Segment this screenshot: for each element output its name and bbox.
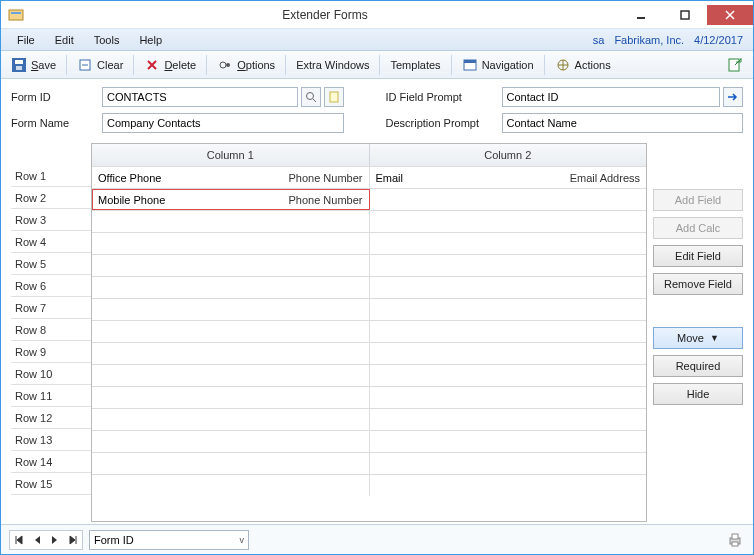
grid-cell-col1[interactable]: Office PhonePhone Number [92, 167, 370, 188]
lookup-button[interactable] [301, 87, 321, 107]
grid-cell-col2[interactable] [370, 343, 647, 364]
clear-button[interactable]: Clear [71, 55, 129, 75]
id-prompt-input[interactable]: Contact ID [502, 87, 721, 107]
row-label: Row 11 [11, 385, 91, 407]
grid-row [92, 408, 646, 430]
grid-cell-col2[interactable] [370, 453, 647, 474]
add-calc-button[interactable]: Add Calc [653, 217, 743, 239]
hide-button[interactable]: Hide [653, 383, 743, 405]
grid-cell-col1[interactable] [92, 277, 370, 298]
print-button[interactable] [725, 530, 745, 550]
date-label[interactable]: 4/12/2017 [694, 34, 743, 46]
grid-cell-col2[interactable] [370, 233, 647, 254]
export-icon [727, 57, 743, 73]
sort-combo[interactable]: Form ID v [89, 530, 249, 550]
grid-cell-col1[interactable] [92, 409, 370, 430]
grid-cell-col2[interactable] [370, 277, 647, 298]
svg-rect-2 [637, 17, 645, 19]
grid-cell-col2[interactable] [370, 431, 647, 452]
grid-cell-col1[interactable]: Mobile PhonePhone Number [92, 189, 370, 210]
grid-row [92, 210, 646, 232]
grid-cell-col2[interactable] [370, 475, 647, 496]
grid-cell-col1[interactable] [92, 431, 370, 452]
row-label: Row 7 [11, 297, 91, 319]
required-button[interactable]: Required [653, 355, 743, 377]
desc-prompt-input[interactable]: Contact Name [502, 113, 744, 133]
grid-cell-col1[interactable] [92, 321, 370, 342]
grid-cell-col1[interactable] [92, 387, 370, 408]
svg-rect-11 [464, 60, 476, 63]
menu-file[interactable]: File [7, 29, 45, 50]
app-icon [5, 4, 27, 26]
grid-cell-col2[interactable] [370, 189, 647, 210]
nav-next-button[interactable] [46, 531, 64, 549]
grid-cell-col2[interactable] [370, 321, 647, 342]
grid-row [92, 254, 646, 276]
templates-button[interactable]: Templates [384, 57, 446, 73]
form-id-input[interactable]: CONTACTS [102, 87, 298, 107]
actions-button[interactable]: Actions [549, 55, 617, 75]
extra-windows-button[interactable]: Extra Windows [290, 57, 375, 73]
menu-help[interactable]: Help [129, 29, 172, 50]
row-label: Row 3 [11, 209, 91, 231]
grid-row [92, 298, 646, 320]
grid-row [92, 232, 646, 254]
desc-prompt-label: Description Prompt [386, 117, 496, 129]
company-label[interactable]: Fabrikam, Inc. [614, 34, 684, 46]
grid-cell-col2[interactable] [370, 255, 647, 276]
options-icon [217, 57, 233, 73]
nav-first-button[interactable] [10, 531, 28, 549]
row-label: Row 10 [11, 363, 91, 385]
export-button[interactable] [721, 55, 749, 75]
nav-prev-button[interactable] [28, 531, 46, 549]
grid-cell-col2[interactable] [370, 409, 647, 430]
grid-cell-col2[interactable]: EmailEmail Address [370, 167, 647, 188]
grid-cell-col2[interactable] [370, 211, 647, 232]
user-label[interactable]: sa [593, 34, 605, 46]
column-1-header[interactable]: Column 1 [92, 144, 370, 166]
grid-cell-col1[interactable] [92, 211, 370, 232]
svg-rect-6 [16, 66, 22, 70]
column-2-header[interactable]: Column 2 [370, 144, 647, 166]
grid-row [92, 386, 646, 408]
minimize-button[interactable] [619, 5, 663, 25]
svg-point-8 [220, 62, 226, 68]
form-id-label: Form ID [11, 91, 96, 103]
add-field-button[interactable]: Add Field [653, 189, 743, 211]
remove-field-button[interactable]: Remove Field [653, 273, 743, 295]
grid-cell-col1[interactable] [92, 365, 370, 386]
delete-button[interactable]: Delete [138, 55, 202, 75]
nav-last-button[interactable] [64, 531, 82, 549]
grid-cell-col1[interactable] [92, 475, 370, 496]
expand-button[interactable] [723, 87, 743, 107]
save-icon [11, 57, 27, 73]
grid-row: Mobile PhonePhone Number [92, 188, 646, 210]
grid-cell-col1[interactable] [92, 343, 370, 364]
grid-cell-col1[interactable] [92, 299, 370, 320]
navigation-button[interactable]: Navigation [456, 55, 540, 75]
save-button[interactable]: Save [5, 55, 62, 75]
maximize-button[interactable] [663, 5, 707, 25]
svg-point-9 [226, 63, 230, 67]
delete-icon [144, 57, 160, 73]
svg-rect-18 [732, 542, 738, 546]
svg-rect-0 [9, 10, 23, 20]
grid-cell-col1[interactable] [92, 453, 370, 474]
grid-cell-col2[interactable] [370, 365, 647, 386]
row-label: Row 15 [11, 473, 91, 495]
move-button[interactable]: Move▼ [653, 327, 743, 349]
grid-cell-col2[interactable] [370, 299, 647, 320]
menu-tools[interactable]: Tools [84, 29, 130, 50]
form-name-input[interactable]: Company Contacts [102, 113, 344, 133]
svg-rect-13 [729, 59, 739, 71]
menu-edit[interactable]: Edit [45, 29, 84, 50]
close-button[interactable] [707, 5, 753, 25]
note-button[interactable] [324, 87, 344, 107]
grid-cell-col1[interactable] [92, 233, 370, 254]
form-name-label: Form Name [11, 117, 96, 129]
grid-cell-col1[interactable] [92, 255, 370, 276]
options-button[interactable]: Options [211, 55, 281, 75]
clear-icon [77, 57, 93, 73]
edit-field-button[interactable]: Edit Field [653, 245, 743, 267]
grid-cell-col2[interactable] [370, 387, 647, 408]
